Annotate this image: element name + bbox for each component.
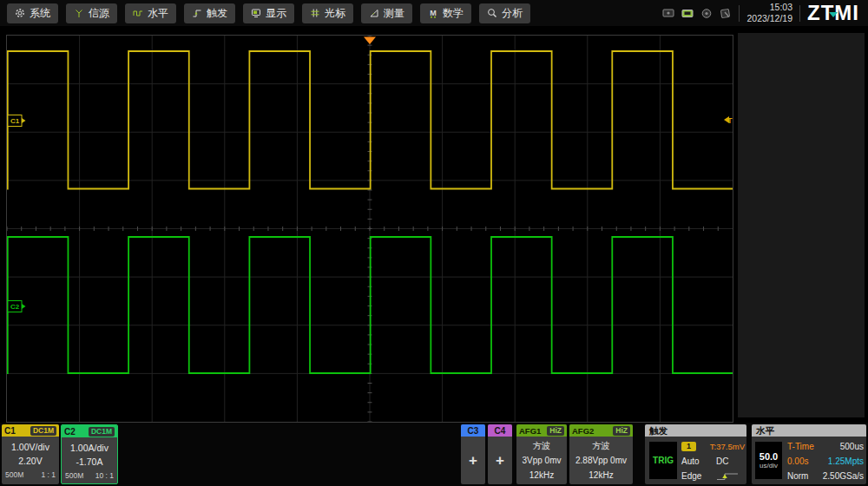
trigger-type: Edge [681,471,716,481]
svg-text:T: T [727,116,733,125]
waveform-svg[interactable]: C1C2T [7,36,733,422]
menu-label: 触发 [207,6,227,21]
logo-accent-triangle [829,12,838,17]
analysis-icon [487,8,497,18]
menu-button-display[interactable]: 显示 [243,3,294,23]
coupling-badge: DC1M [89,427,115,437]
add-channel-button[interactable]: + [461,437,485,484]
clock-time: 15:03 [746,2,792,13]
impedance-badge: HiZ [547,426,564,436]
menu-label: 分析 [502,6,523,21]
menu-label: 光标 [325,6,345,21]
menu-label: 水平 [148,6,168,21]
menu-label: 系统 [30,6,50,21]
channel-scale: 1.00A/div [62,441,117,455]
afg-waveform: 方波 [516,438,567,453]
display-icon [251,8,261,18]
brand-logo: ZTMI [807,1,861,25]
afg-frequency: 12kHz [516,468,567,483]
afg-frequency: 12kHz [569,468,633,483]
afg-amplitude-offset: 3Vpp 0mv [516,453,567,468]
channel-name: C2 [64,427,76,437]
trigger-level-value: T:37.5mV [710,442,745,451]
timebase-unit: us/div [760,462,778,470]
add-channel-button[interactable]: + [488,437,512,484]
wave-icon [133,8,143,18]
channel-panel-c1[interactable]: C1 DC1M 1.00V/div 2.20V 500M 1 : 1 [2,424,59,484]
afg-amplitude-offset: 2.88Vpp 0mv [569,453,633,468]
network-icon [700,8,713,19]
clock: 15:03 2023/12/19 [746,2,792,24]
trigger-source-badge: 1 [681,442,696,451]
menu-button-analysis[interactable]: 分析 [479,3,530,23]
menu-button-source[interactable]: 信源 [66,3,117,23]
bottom-status-bar: C1 DC1M 1.00V/div 2.20V 500M 1 : 1 C2 DC… [0,423,868,486]
probe-ratio: 10 : 1 [95,471,114,480]
main-menu: 系统 信源 水平 触发 显示 光标 [7,3,530,23]
gear-icon [15,8,25,18]
afg2-panel[interactable]: AFG2 HiZ 方波 2.88Vpp 0mv 12kHz [569,424,633,484]
channel-panel-c4[interactable]: C4 + [488,424,512,484]
svg-text:C1: C1 [10,117,20,125]
channel-name: C3 [461,424,485,437]
math-icon: M [428,8,438,18]
coupling-badge: DC1M [30,426,56,436]
antenna-icon [74,8,84,18]
waveform-display[interactable]: C1C2T [6,35,733,423]
channel-offset: -1.70A [62,455,117,469]
horizontal-panel-title: 水平 [752,424,866,437]
bandwidth-limit: 500M [5,470,23,479]
memory-depth: 1.25Mpts [825,456,864,466]
display-status-icon [662,8,674,19]
channel-panel-c3[interactable]: C3 + [461,424,485,484]
channel-scale: 1.00V/div [2,440,59,454]
bandwidth-limit: 500M [65,471,83,480]
probe-ratio: 1 : 1 [41,470,56,479]
channel-name: C4 [488,424,512,437]
channel-panel-c2[interactable]: C2 DC1M 1.00A/div -1.70A 500M 10 : 1 [61,424,118,484]
channel-offset: 2.20V [2,454,59,468]
edge-slope-icon [716,471,745,482]
trigger-edge-icon [192,8,202,18]
menu-label: 信源 [89,6,109,21]
sample-rate: 2.50GSa/s [823,471,864,481]
svg-text:C2: C2 [10,303,20,311]
menu-button-cursor[interactable]: 光标 [302,3,353,23]
trigger-status-indicator: TRIG [649,442,677,479]
cursor-icon [310,8,320,18]
acquisition-mode: Norm [787,471,823,481]
afg-name: AFG1 [519,426,541,436]
afg-waveform: 方波 [569,438,633,453]
clock-date: 2023/12/19 [746,13,792,24]
right-side-panel [738,33,865,417]
timebase-scale: 50.0 [760,451,778,462]
top-menu-bar: 系统 信源 水平 触发 显示 光标 [0,0,868,26]
channel-name: C1 [4,426,16,436]
trigger-mode: Auto [681,456,716,466]
menu-label: 显示 [266,6,286,21]
menu-label: 数学 [443,6,464,21]
svg-text:M: M [430,9,437,17]
trigger-panel-title: 触发 [645,424,746,437]
measure-icon [369,8,379,18]
menu-button-measure[interactable]: 测量 [361,3,412,23]
divider [739,5,740,22]
menu-label: 测量 [384,6,404,21]
horizontal-panel[interactable]: 水平 50.0 us/div T-Time 500us 0.00s 1.25Mp… [752,424,866,484]
afg1-panel[interactable]: AFG1 HiZ 方波 3Vpp 0mv 12kHz [516,424,567,484]
touch-icon [720,8,732,19]
menu-button-system[interactable]: 系统 [7,3,58,23]
impedance-badge: HiZ [613,426,630,436]
menu-button-trigger[interactable]: 触发 [184,3,235,23]
status-area: 15:03 2023/12/19 ZTMI [662,1,861,25]
menu-button-math[interactable]: M 数学 [420,3,471,23]
t-time-value: 500us [825,442,864,451]
trigger-panel[interactable]: 触发 TRIG 1 T:37.5mV Auto DC Edge [645,424,746,484]
afg-name: AFG2 [572,426,594,436]
trigger-coupling: DC [716,456,745,466]
menu-button-horizontal[interactable]: 水平 [125,3,176,23]
timebase-box: 50.0 us/div [755,442,782,479]
horizontal-offset: 0.00s [787,456,825,466]
t-time-label: T-Time [787,442,825,451]
divider [799,5,800,22]
